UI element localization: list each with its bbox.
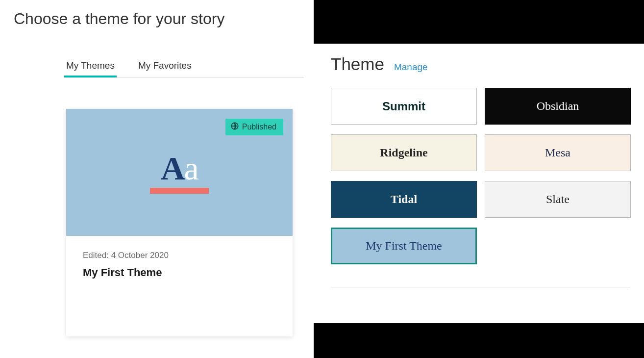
accent-bar	[150, 188, 209, 194]
theme-tile-mesa[interactable]: Mesa	[485, 134, 631, 171]
theme-heading: Theme	[331, 54, 384, 74]
font-sample-icon: Aa	[161, 152, 198, 185]
tab-my-favorites[interactable]: My Favorites	[138, 56, 192, 77]
theme-picker-panel: Theme Manage Summit Obsidian Ridgeline M…	[314, 0, 644, 358]
theme-tile-custom[interactable]: My First Theme	[331, 228, 477, 264]
bottom-bar	[314, 323, 644, 358]
top-bar	[314, 0, 644, 44]
theme-card[interactable]: Published Aa Edited: 4 October 2020 My F…	[66, 109, 293, 336]
theme-grid: Summit Obsidian Ridgeline Mesa Tidal Sla…	[331, 88, 630, 264]
tab-my-themes[interactable]: My Themes	[66, 56, 115, 77]
manage-link[interactable]: Manage	[394, 62, 428, 73]
theme-picker-content: Theme Manage Summit Obsidian Ridgeline M…	[314, 44, 644, 323]
theme-card-preview: Published Aa	[66, 109, 293, 236]
choose-theme-panel: Choose a theme for your story My Themes …	[0, 0, 314, 358]
theme-tabs: My Themes My Favorites	[66, 56, 304, 77]
page-title: Choose a theme for your story	[0, 0, 314, 28]
theme-card-edited: Edited: 4 October 2020	[83, 251, 276, 260]
globe-icon	[230, 122, 239, 132]
theme-tile-tidal[interactable]: Tidal	[331, 181, 477, 218]
theme-header: Theme Manage	[331, 54, 630, 74]
divider	[331, 287, 630, 287]
theme-card-body: Edited: 4 October 2020 My First Theme	[66, 236, 293, 294]
published-badge-label: Published	[242, 123, 276, 131]
theme-tile-obsidian[interactable]: Obsidian	[485, 88, 631, 125]
published-badge: Published	[225, 119, 283, 135]
theme-tile-ridgeline[interactable]: Ridgeline	[331, 134, 477, 171]
theme-tile-slate[interactable]: Slate	[485, 181, 631, 218]
theme-tile-summit[interactable]: Summit	[331, 88, 477, 125]
theme-card-title: My First Theme	[83, 266, 276, 279]
